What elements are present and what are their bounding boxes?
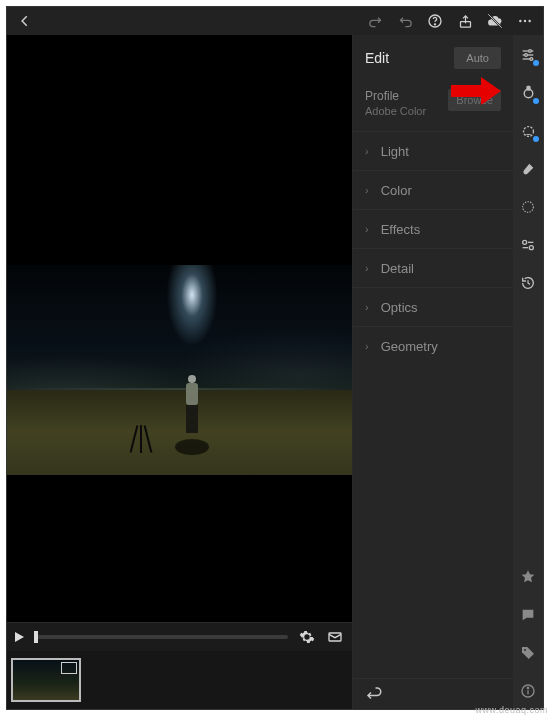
share-icon[interactable] [453,9,477,33]
chevron-right-icon: › [365,262,369,274]
browse-button[interactable]: Browse [448,89,501,111]
svg-point-12 [525,54,528,57]
image-canvas[interactable] [7,35,352,622]
filmstrip-toolbar [7,622,352,651]
panel-title: Edit [365,50,454,66]
section-geometry[interactable]: ›Geometry [353,326,513,365]
svg-point-18 [523,202,534,213]
profile-value: Adobe Color [365,105,448,117]
radial-icon[interactable] [518,197,538,217]
canvas-column [7,35,353,709]
gear-icon[interactable] [298,628,316,646]
section-optics[interactable]: ›Optics [353,287,513,326]
chevron-right-icon: › [365,145,369,157]
export-icon[interactable] [326,628,344,646]
thumbnail[interactable] [11,658,81,702]
stack-badge-icon [61,662,77,674]
chevron-right-icon: › [365,301,369,313]
history-icon[interactable] [518,273,538,293]
back-icon[interactable] [13,9,37,33]
profile-row: Profile Adobe Color Browse [353,81,513,131]
section-label: Effects [381,222,421,237]
svg-point-26 [527,687,528,688]
section-label: Color [381,183,412,198]
tag-icon[interactable] [518,643,538,663]
svg-point-23 [524,649,526,651]
section-detail[interactable]: ›Detail [353,248,513,287]
sliders-icon[interactable] [518,45,538,65]
top-bar [7,7,543,35]
section-label: Light [381,144,409,159]
svg-point-1 [434,24,435,25]
svg-rect-16 [527,86,530,90]
svg-point-10 [529,50,532,53]
section-light[interactable]: ›Light [353,131,513,170]
svg-point-5 [519,20,521,22]
star-icon[interactable] [518,567,538,587]
mask-icon[interactable] [518,121,538,141]
edit-panel: Edit Auto Profile Adobe Color Browse ›Li… [353,35,513,709]
svg-point-21 [529,246,533,250]
watermark: www.deuaq.com [475,705,548,715]
auto-button[interactable]: Auto [454,47,501,69]
profile-label: Profile [365,89,448,103]
chevron-right-icon: › [365,184,369,196]
help-icon[interactable] [423,9,447,33]
svg-point-14 [530,58,533,61]
more-icon[interactable] [513,9,537,33]
adjust-icon[interactable] [518,235,538,255]
healing-icon[interactable] [518,83,538,103]
section-label: Geometry [381,339,438,354]
chevron-right-icon: › [365,223,369,235]
chevron-right-icon: › [365,340,369,352]
svg-point-7 [528,20,530,22]
play-icon[interactable] [15,632,24,642]
section-label: Detail [381,261,414,276]
filmstrip [7,651,352,709]
brush-icon[interactable] [518,159,538,179]
cloud-off-icon[interactable] [483,9,507,33]
undo-icon[interactable] [393,9,417,33]
timeline-slider[interactable] [34,635,288,639]
svg-point-6 [524,20,526,22]
tool-rail [513,35,543,709]
section-color[interactable]: ›Color [353,170,513,209]
section-label: Optics [381,300,418,315]
revert-icon[interactable] [365,685,383,703]
info-icon[interactable] [518,681,538,701]
svg-point-19 [523,240,527,244]
redo-icon[interactable] [363,9,387,33]
comment-icon[interactable] [518,605,538,625]
preview-image [7,265,352,475]
section-effects[interactable]: ›Effects [353,209,513,248]
